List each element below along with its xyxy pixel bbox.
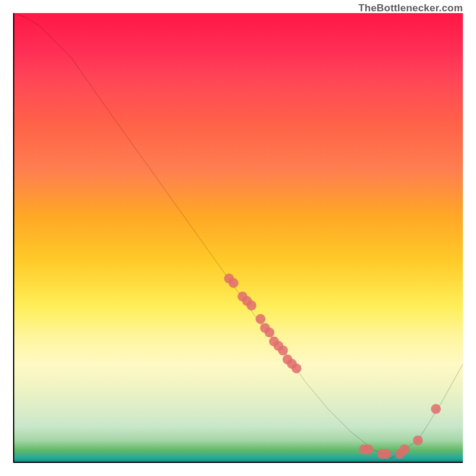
watermark-text: TheBottlenecker.com bbox=[358, 2, 463, 14]
gradient-background bbox=[13, 13, 463, 463]
chart-container: TheBottlenecker.com bbox=[0, 0, 476, 476]
